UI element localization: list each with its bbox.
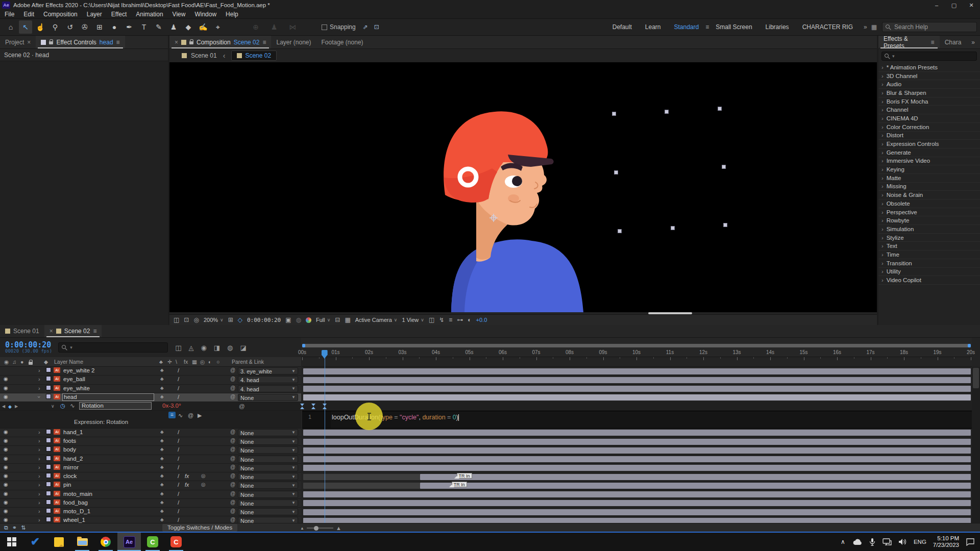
visibility-eye-icon[interactable]: ◉ (4, 456, 8, 461)
expand-icon[interactable]: › (881, 226, 884, 232)
workspace-standard[interactable]: Standard (668, 23, 706, 31)
tab-layer[interactable]: Layer (none) (271, 36, 316, 48)
layer-duration-bar[interactable] (303, 500, 971, 506)
parent-pickwhip-icon[interactable]: @ (230, 429, 235, 435)
menu-effect[interactable]: Effect (107, 11, 131, 18)
effects-category[interactable]: ›Keying (878, 165, 980, 174)
layer-duration-bar[interactable] (420, 483, 971, 489)
expand-icon[interactable]: › (881, 192, 884, 198)
layer-name[interactable]: body (63, 446, 76, 453)
timeline-v-scrollbar[interactable] (972, 367, 980, 523)
stopwatch-icon[interactable]: ◷ (60, 402, 65, 409)
selection-handle[interactable] (671, 226, 675, 230)
expand-arrow-icon[interactable]: › (38, 482, 40, 488)
camera-select[interactable]: Active Camera∨ (355, 317, 398, 323)
panel-menu-icon[interactable]: ≡ (931, 39, 935, 46)
maximize-button[interactable]: ▢ (945, 0, 963, 10)
workspace-menu-icon[interactable]: ≡ (705, 23, 709, 31)
layer-duration-bar[interactable] (303, 377, 971, 383)
after-effects-icon[interactable]: Ae (117, 533, 141, 551)
workspace-libraries[interactable]: Libraries (759, 23, 796, 31)
visibility-eye-icon[interactable]: ◉ (4, 429, 8, 435)
expand-icon[interactable]: › (881, 81, 884, 87)
expand-icon[interactable]: › (881, 183, 884, 189)
chrome-icon[interactable] (94, 533, 117, 551)
workspace-default[interactable]: Default (606, 23, 639, 31)
expand-icon[interactable]: › (881, 115, 884, 121)
parent-select[interactable]: None▼ (238, 491, 298, 498)
parent-pickwhip-icon[interactable]: @ (230, 438, 235, 443)
expand-icon[interactable]: › (881, 252, 884, 258)
quality-switch-icon[interactable]: / (178, 456, 179, 462)
close-tab-icon[interactable]: × (175, 39, 178, 46)
flowchart-icon[interactable]: ⊶ (457, 316, 463, 323)
shy-switch-icon[interactable]: ♣ (160, 482, 164, 487)
safe-guides-icon[interactable]: ⊞ (228, 316, 233, 323)
quality-switch-icon[interactable]: / (178, 499, 179, 506)
parent-select[interactable]: 3. eye_white▼ (238, 367, 298, 374)
effects-category[interactable]: ›3D Channel (878, 72, 980, 81)
effects-category[interactable]: ›Obsolete (878, 199, 980, 208)
property-pickwhip-icon[interactable]: @ (239, 403, 245, 409)
fx-switch-icon[interactable]: fx (185, 482, 189, 488)
expand-arrow-icon[interactable]: › (38, 376, 40, 382)
quality-switch-icon[interactable]: / (178, 482, 179, 488)
layer-row-eye_ball[interactable]: ◉›Aieye_ball♣/@4. head▼ (0, 375, 301, 384)
pen-tool[interactable]: ✒ (122, 20, 136, 34)
quality-switch-icon[interactable]: / (178, 367, 179, 373)
quality-switch-icon[interactable]: / (178, 446, 179, 453)
parent-pickwhip-icon[interactable]: @ (230, 473, 235, 479)
tab-character[interactable]: Chara (940, 36, 967, 48)
parent-select[interactable]: 4. head▼ (238, 376, 298, 383)
label-color-swatch[interactable] (46, 429, 51, 434)
layer-track-pin[interactable]: TR In (302, 481, 972, 490)
expand-arrow-icon[interactable]: › (38, 438, 40, 444)
panel-overflow-icon[interactable]: » (966, 36, 980, 48)
start-button[interactable] (0, 533, 23, 551)
panel-menu-icon[interactable]: ≡ (116, 39, 120, 46)
region-of-interest-icon[interactable]: ⊟ (335, 316, 340, 323)
shy-switch-icon[interactable]: ♣ (160, 385, 164, 391)
label-color-swatch[interactable] (46, 517, 51, 522)
visibility-eye-icon[interactable]: ◉ (4, 482, 8, 487)
lock-icon[interactable] (29, 362, 33, 365)
effects-category[interactable]: ›Blur & Sharpen (878, 89, 980, 97)
layer-track-head[interactable] (302, 393, 972, 402)
parent-select[interactable]: None▼ (238, 456, 298, 463)
camtasia-icon[interactable]: C (141, 533, 164, 551)
composition-viewport[interactable] (169, 62, 877, 312)
layer-name[interactable]: eye_white 2 (63, 367, 94, 373)
layer-row-pin[interactable]: ◉›Aipin♣/fx◎@None▼ (0, 481, 301, 490)
next-keyframe-icon[interactable]: ▶ (15, 404, 18, 409)
rotation-track-row[interactable] (302, 402, 972, 411)
expand-arrow-icon[interactable]: › (38, 456, 40, 462)
keyframe-icon[interactable] (300, 404, 304, 409)
parent-select[interactable]: 4. head▼ (238, 385, 298, 392)
parent-pickwhip-icon[interactable]: @ (230, 499, 235, 505)
effects-category[interactable]: ›Channel (878, 106, 980, 114)
audio-icon[interactable]: ♫ (12, 359, 16, 365)
speaker-icon[interactable] (898, 538, 907, 545)
expression-row[interactable]: Expression: Rotation=∿@▶ (0, 411, 301, 429)
quality-switch-icon[interactable]: / (178, 464, 179, 470)
label-color-swatch[interactable] (46, 456, 51, 461)
expand-layers-icon[interactable]: ⧉ (4, 524, 8, 531)
sticky-notes-icon[interactable] (47, 533, 70, 551)
layer-duration-bar[interactable] (303, 518, 971, 523)
rotation-property-row[interactable]: ◀◆▶∨◷∿Rotation0x-3.0°@ (0, 402, 301, 411)
selection-handle[interactable] (665, 110, 669, 114)
layer-track-foots[interactable] (302, 437, 972, 446)
snapping-checkbox[interactable] (322, 24, 327, 30)
parent-select[interactable]: None▼ (238, 446, 298, 454)
expand-icon[interactable]: › (881, 201, 884, 207)
expand-arrow-icon[interactable]: › (38, 429, 40, 435)
expand-arrow-icon[interactable]: › (38, 499, 40, 506)
tab-scene-01[interactable]: Scene 01 (0, 325, 44, 337)
quality-switch-icon[interactable]: / (178, 376, 179, 382)
layer-duration-bar[interactable] (303, 447, 971, 454)
time-ruler[interactable]: 00s01s02s03s04s05s06s07s08s09s10s11s12s1… (301, 338, 972, 357)
expand-icon[interactable]: › (881, 158, 884, 164)
selection-handle[interactable] (723, 223, 727, 227)
layer-duration-bar[interactable] (303, 491, 971, 497)
label-color-swatch[interactable] (46, 385, 51, 390)
